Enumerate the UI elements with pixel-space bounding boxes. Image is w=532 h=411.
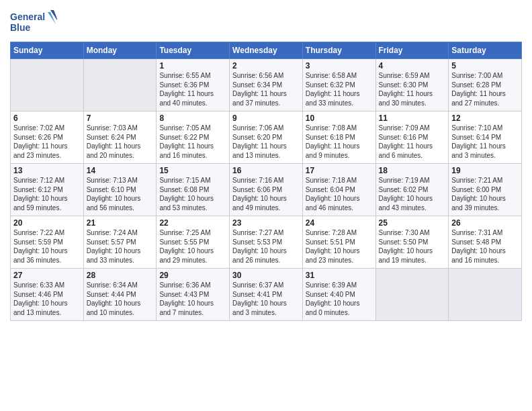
day-number: 8	[159, 113, 226, 123]
day-info: Sunrise: 6:36 AMSunset: 4:43 PMDaylight:…	[159, 281, 226, 317]
day-info: Sunrise: 7:22 AMSunset: 5:59 PMDaylight:…	[13, 228, 81, 265]
day-number: 30	[232, 271, 300, 280]
day-number: 31	[306, 271, 373, 280]
day-number: 20	[13, 218, 81, 228]
svg-text:General: General	[10, 11, 45, 22]
calendar-table: SundayMondayTuesdayWednesdayThursdayFrid…	[10, 42, 522, 321]
calendar-cell: 3Sunrise: 6:58 AMSunset: 6:32 PMDaylight…	[302, 59, 375, 111]
calendar-week-row: 1Sunrise: 6:55 AMSunset: 6:36 PMDaylight…	[11, 59, 522, 111]
calendar-cell: 28Sunrise: 6:34 AMSunset: 4:44 PMDayligh…	[83, 269, 157, 321]
calendar-cell: 29Sunrise: 6:36 AMSunset: 4:43 PMDayligh…	[157, 269, 230, 321]
day-info: Sunrise: 7:18 AMSunset: 6:04 PMDaylight:…	[306, 176, 373, 212]
day-number: 29	[159, 271, 226, 280]
day-info: Sunrise: 7:19 AMSunset: 6:02 PMDaylight:…	[379, 176, 446, 212]
day-number: 28	[87, 271, 154, 280]
day-info: Sunrise: 7:00 AMSunset: 6:28 PMDaylight:…	[451, 71, 519, 107]
day-number: 19	[451, 166, 519, 175]
day-info: Sunrise: 7:10 AMSunset: 6:14 PMDaylight:…	[451, 124, 519, 160]
day-number: 13	[13, 166, 81, 175]
day-number: 27	[13, 271, 81, 280]
col-header-thursday: Thursday	[302, 42, 375, 59]
day-info: Sunrise: 6:59 AMSunset: 6:30 PMDaylight:…	[379, 71, 446, 107]
day-number: 1	[159, 61, 226, 71]
calendar-week-row: 20Sunrise: 7:22 AMSunset: 5:59 PMDayligh…	[11, 216, 522, 269]
day-info: Sunrise: 7:13 AMSunset: 6:10 PMDaylight:…	[87, 176, 154, 212]
calendar-cell: 2Sunrise: 6:56 AMSunset: 6:34 PMDaylight…	[230, 59, 303, 111]
day-number: 14	[87, 166, 154, 175]
calendar-cell: 10Sunrise: 7:08 AMSunset: 6:18 PMDayligh…	[302, 111, 375, 164]
day-number: 23	[232, 218, 300, 228]
day-info: Sunrise: 7:02 AMSunset: 6:26 PMDaylight:…	[13, 124, 81, 160]
day-info: Sunrise: 7:30 AMSunset: 5:50 PMDaylight:…	[379, 228, 446, 265]
day-number: 22	[159, 218, 226, 228]
col-header-saturday: Saturday	[449, 42, 522, 59]
col-header-wednesday: Wednesday	[230, 42, 303, 59]
day-number: 3	[306, 61, 373, 71]
calendar-cell: 21Sunrise: 7:24 AMSunset: 5:57 PMDayligh…	[83, 216, 157, 269]
day-info: Sunrise: 6:33 AMSunset: 4:46 PMDaylight:…	[13, 281, 81, 317]
day-number: 7	[87, 113, 154, 123]
calendar-cell	[11, 59, 84, 111]
calendar-week-row: 13Sunrise: 7:12 AMSunset: 6:12 PMDayligh…	[11, 164, 522, 216]
calendar-cell: 12Sunrise: 7:10 AMSunset: 6:14 PMDayligh…	[449, 111, 522, 164]
day-number: 9	[232, 113, 300, 123]
day-number: 25	[379, 218, 446, 228]
day-number: 18	[379, 166, 446, 175]
col-header-sunday: Sunday	[11, 42, 84, 59]
day-info: Sunrise: 7:05 AMSunset: 6:22 PMDaylight:…	[159, 124, 226, 160]
day-info: Sunrise: 7:12 AMSunset: 6:12 PMDaylight:…	[13, 176, 81, 212]
day-info: Sunrise: 7:25 AMSunset: 5:55 PMDaylight:…	[159, 228, 226, 265]
calendar-week-row: 27Sunrise: 6:33 AMSunset: 4:46 PMDayligh…	[11, 269, 522, 321]
calendar-cell: 4Sunrise: 6:59 AMSunset: 6:30 PMDaylight…	[375, 59, 449, 111]
calendar-cell: 20Sunrise: 7:22 AMSunset: 5:59 PMDayligh…	[11, 216, 84, 269]
day-info: Sunrise: 7:08 AMSunset: 6:18 PMDaylight:…	[306, 124, 373, 160]
day-number: 5	[451, 61, 519, 71]
calendar-cell: 1Sunrise: 6:55 AMSunset: 6:36 PMDaylight…	[157, 59, 230, 111]
calendar-cell: 15Sunrise: 7:15 AMSunset: 6:08 PMDayligh…	[157, 164, 230, 216]
calendar-cell: 8Sunrise: 7:05 AMSunset: 6:22 PMDaylight…	[157, 111, 230, 164]
day-info: Sunrise: 7:24 AMSunset: 5:57 PMDaylight:…	[87, 228, 154, 265]
calendar-header-row: SundayMondayTuesdayWednesdayThursdayFrid…	[11, 42, 522, 59]
day-number: 17	[306, 166, 373, 175]
calendar-cell: 18Sunrise: 7:19 AMSunset: 6:02 PMDayligh…	[375, 164, 449, 216]
day-number: 16	[232, 166, 300, 175]
day-info: Sunrise: 7:28 AMSunset: 5:51 PMDaylight:…	[306, 228, 373, 265]
calendar-cell: 16Sunrise: 7:16 AMSunset: 6:06 PMDayligh…	[230, 164, 303, 216]
calendar-week-row: 6Sunrise: 7:02 AMSunset: 6:26 PMDaylight…	[11, 111, 522, 164]
day-info: Sunrise: 7:21 AMSunset: 6:00 PMDaylight:…	[451, 176, 519, 212]
calendar-cell: 17Sunrise: 7:18 AMSunset: 6:04 PMDayligh…	[302, 164, 375, 216]
calendar-cell	[375, 269, 449, 321]
calendar-cell	[449, 269, 522, 321]
day-number: 11	[379, 113, 446, 123]
logo-svg: General Blue	[10, 9, 57, 38]
calendar-cell: 19Sunrise: 7:21 AMSunset: 6:00 PMDayligh…	[449, 164, 522, 216]
day-info: Sunrise: 7:03 AMSunset: 6:24 PMDaylight:…	[87, 124, 154, 160]
day-info: Sunrise: 6:58 AMSunset: 6:32 PMDaylight:…	[306, 71, 373, 107]
page-container: General Blue SundayMondayTuesdayWednesda…	[0, 0, 532, 328]
day-number: 2	[232, 61, 300, 71]
calendar-cell: 31Sunrise: 6:39 AMSunset: 4:40 PMDayligh…	[302, 269, 375, 321]
day-info: Sunrise: 6:56 AMSunset: 6:34 PMDaylight:…	[232, 71, 300, 107]
calendar-cell: 23Sunrise: 7:27 AMSunset: 5:53 PMDayligh…	[230, 216, 303, 269]
calendar-cell: 14Sunrise: 7:13 AMSunset: 6:10 PMDayligh…	[83, 164, 157, 216]
day-info: Sunrise: 6:55 AMSunset: 6:36 PMDaylight:…	[159, 71, 226, 107]
header: General Blue	[10, 7, 522, 38]
calendar-cell: 5Sunrise: 7:00 AMSunset: 6:28 PMDaylight…	[449, 59, 522, 111]
day-info: Sunrise: 7:27 AMSunset: 5:53 PMDaylight:…	[232, 228, 300, 265]
day-number: 15	[159, 166, 226, 175]
day-info: Sunrise: 7:09 AMSunset: 6:16 PMDaylight:…	[379, 124, 446, 160]
day-number: 26	[451, 218, 519, 228]
day-info: Sunrise: 6:34 AMSunset: 4:44 PMDaylight:…	[87, 281, 154, 317]
day-info: Sunrise: 7:06 AMSunset: 6:20 PMDaylight:…	[232, 124, 300, 160]
day-number: 21	[87, 218, 154, 228]
day-info: Sunrise: 6:37 AMSunset: 4:41 PMDaylight:…	[232, 281, 300, 317]
day-info: Sunrise: 7:15 AMSunset: 6:08 PMDaylight:…	[159, 176, 226, 212]
col-header-tuesday: Tuesday	[157, 42, 230, 59]
day-info: Sunrise: 7:31 AMSunset: 5:48 PMDaylight:…	[451, 228, 519, 265]
col-header-monday: Monday	[83, 42, 157, 59]
day-number: 24	[306, 218, 373, 228]
calendar-cell: 24Sunrise: 7:28 AMSunset: 5:51 PMDayligh…	[302, 216, 375, 269]
calendar-cell: 27Sunrise: 6:33 AMSunset: 4:46 PMDayligh…	[11, 269, 84, 321]
day-number: 4	[379, 61, 446, 71]
day-number: 12	[451, 113, 519, 123]
